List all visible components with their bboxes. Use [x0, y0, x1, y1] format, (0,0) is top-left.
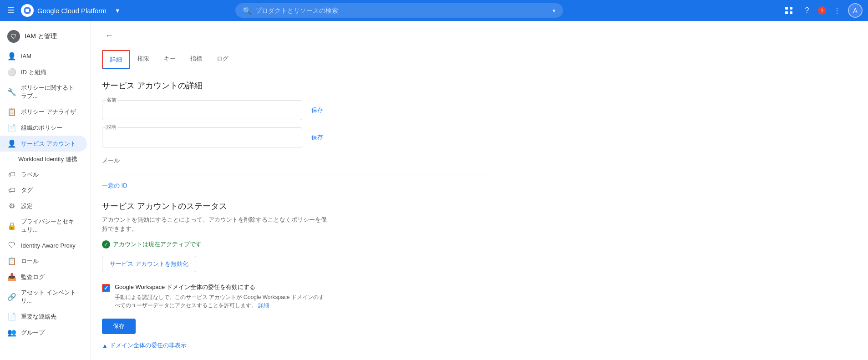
sidebar-item-label: 監査ログ — [21, 273, 45, 281]
sidebar-item-label: 重要な連絡先 — [21, 313, 56, 321]
collapse-icon: ▲ — [102, 342, 108, 349]
collapse-label: ドメイン全体の委任の非表示 — [110, 341, 187, 350]
sidebar-header-icon: 🛡 — [7, 30, 20, 43]
sidebar-item-label: サービス アカウント — [21, 140, 76, 148]
roles-icon: 📋 — [7, 257, 16, 265]
svg-point-1 — [25, 9, 29, 12]
project-dropdown-icon: ▼ — [115, 7, 121, 14]
description-field-container: 説明 — [102, 127, 302, 147]
name-label: 名前 — [106, 96, 117, 103]
sidebar-item-label: ポリシー アナライザ — [21, 108, 76, 116]
grid-icon[interactable] — [782, 3, 796, 18]
sidebar: 🛡 IAM と管理 👤 IAM ⚪ ID と組織 🔧 ポリシーに関するトラブ..… — [0, 21, 91, 360]
domain-delegation-link[interactable]: 詳細 — [258, 302, 269, 309]
domain-delegation-text: Google Workspace ドメイン全体の委任を有効にする 手動による認証… — [115, 283, 324, 309]
topbar: ☰ Google Cloud Platform ▼ 🔍 ▾ ? 1 ⋮ A — [0, 0, 868, 21]
status-active: ✓ アカウントは現在アクティブです — [102, 240, 490, 248]
name-input[interactable] — [102, 100, 302, 120]
sidebar-item-label: プライバシーとセキュリ... — [21, 218, 80, 234]
sidebar-item-tags[interactable]: 🏷 タグ — [0, 183, 87, 198]
sidebar-item-label: Identity-Aware Proxy — [21, 242, 76, 249]
sidebar-item-settings[interactable]: ⚙ 設定 — [0, 198, 87, 214]
domain-delegation-desc: 手動による認証なしで、このサービス アカウントが Google Workspac… — [115, 293, 324, 309]
status-description: アカウントを無効にすることによって、アカウントを削除することなくポリシーを保持で… — [102, 215, 330, 233]
save-button[interactable]: 保存 — [102, 319, 136, 334]
domain-delegation-label: Google Workspace ドメイン全体の委任を有効にする — [115, 283, 324, 291]
sidebar-item-privacy-security[interactable]: 🔒 プライバシーとセキュリ... — [0, 214, 87, 238]
description-field-row: 説明 保存 — [102, 127, 490, 147]
policy-trouble-icon: 🔧 — [7, 88, 16, 96]
sidebar-item-service-account[interactable]: 👤 サービス アカウント — [0, 136, 87, 152]
tab-details[interactable]: 詳細 — [102, 50, 130, 69]
sidebar-item-label: アセット インベントリ... — [21, 289, 80, 305]
id-org-icon: ⚪ — [7, 68, 16, 76]
sidebar-item-label: ID と組織 — [21, 68, 46, 76]
main-content: ← 詳細 権限 キー 指標 ログ サービス アカウントの詳細 名前 保存 — [91, 21, 868, 360]
tab-permissions[interactable]: 権限 — [130, 50, 157, 69]
sidebar-item-groups[interactable]: 👥 グループ — [0, 325, 87, 340]
description-input[interactable] — [102, 127, 302, 147]
name-field-row: 名前 保存 — [102, 100, 490, 120]
sidebar-item-workload-identity[interactable]: Workload Identity 連携 — [0, 152, 87, 167]
help-icon[interactable]: ? — [800, 3, 814, 18]
sidebar-item-policy-trouble[interactable]: 🔧 ポリシーに関するトラブ... — [0, 80, 87, 104]
domain-delegation-checkbox[interactable] — [102, 284, 110, 292]
sidebar-item-iap[interactable]: 🛡 Identity-Aware Proxy — [0, 238, 87, 253]
sidebar-item-label: グループ — [21, 329, 45, 337]
sidebar-item-labels[interactable]: 🏷 ラベル — [0, 167, 87, 183]
sidebar-item-label: 設定 — [21, 202, 33, 210]
save-description-button[interactable]: 保存 — [306, 127, 329, 147]
tab-logs[interactable]: ログ — [209, 50, 236, 69]
save-name-button[interactable]: 保存 — [306, 100, 329, 120]
svg-rect-3 — [790, 7, 792, 10]
search-input[interactable] — [255, 7, 549, 14]
sidebar-item-org-policy[interactable]: 📄 組織のポリシー — [0, 120, 87, 136]
sidebar-header: 🛡 IAM と管理 — [0, 25, 91, 48]
unique-id-container: 一意の ID — [102, 182, 490, 190]
sidebar-item-label: 組織のポリシー — [21, 124, 62, 132]
status-active-text: アカウントは現在アクティブです — [113, 240, 202, 248]
sidebar-item-policy-analyzer[interactable]: 📋 ポリシー アナライザ — [0, 104, 87, 120]
sidebar-item-label: タグ — [21, 186, 33, 194]
audit-log-icon: 📥 — [7, 273, 16, 281]
sidebar-item-label: ポリシーに関するトラブ... — [21, 84, 80, 100]
labels-icon: 🏷 — [7, 171, 16, 179]
service-account-icon: 👤 — [7, 139, 16, 148]
tab-metrics[interactable]: 指標 — [183, 50, 209, 69]
back-button[interactable]: ← — [102, 28, 117, 43]
hamburger-icon[interactable]: ☰ — [5, 4, 16, 17]
settings-icon: ⚙ — [7, 202, 16, 210]
avatar[interactable]: A — [848, 3, 863, 18]
divider-mail — [102, 174, 490, 174]
app-title: Google Cloud Platform — [37, 7, 107, 15]
description-label: 説明 — [106, 124, 117, 131]
more-icon[interactable]: ⋮ — [830, 3, 844, 18]
section-status-title: サービス アカウントのステータス — [102, 201, 490, 212]
tags-icon: 🏷 — [7, 186, 16, 194]
search-bar: 🔍 ▾ — [235, 3, 563, 18]
project-selector[interactable]: ▼ — [111, 5, 124, 16]
sidebar-item-id-org[interactable]: ⚪ ID と組織 — [0, 64, 87, 80]
sidebar-item-important-contacts[interactable]: 📄 重要な連絡先 — [0, 309, 87, 325]
domain-delegation-section: Google Workspace ドメイン全体の委任を有効にする 手動による認証… — [102, 283, 490, 309]
tab-keys[interactable]: キー — [157, 50, 183, 69]
search-dropdown-icon[interactable]: ▾ — [553, 7, 556, 14]
app-logo: Google Cloud Platform — [21, 4, 107, 17]
iam-icon: 👤 — [7, 52, 16, 61]
policy-analyzer-icon: 📋 — [7, 107, 16, 116]
disable-service-account-button[interactable]: サービス アカウントを無効化 — [102, 256, 196, 272]
sidebar-item-asset-inventory[interactable]: 🔗 アセット インベントリ... — [0, 285, 87, 309]
collapse-domain-delegation[interactable]: ▲ ドメイン全体の委任の非表示 — [102, 341, 490, 350]
unique-id-link[interactable]: 一意の ID — [102, 182, 127, 189]
name-field-container: 名前 — [102, 100, 302, 120]
important-contacts-icon: 📄 — [7, 312, 16, 321]
iap-icon: 🛡 — [7, 241, 16, 249]
notification-badge[interactable]: 1 — [818, 6, 826, 15]
groups-icon: 👥 — [7, 328, 16, 337]
sidebar-item-roles[interactable]: 📋 ロール — [0, 253, 87, 269]
svg-rect-4 — [785, 11, 788, 14]
tabs-bar: 詳細 権限 キー 指標 ログ — [102, 50, 490, 69]
sidebar-item-audit-log[interactable]: 📥 監査ログ — [0, 269, 87, 285]
org-policy-icon: 📄 — [7, 123, 16, 132]
sidebar-item-iam[interactable]: 👤 IAM — [0, 48, 87, 64]
